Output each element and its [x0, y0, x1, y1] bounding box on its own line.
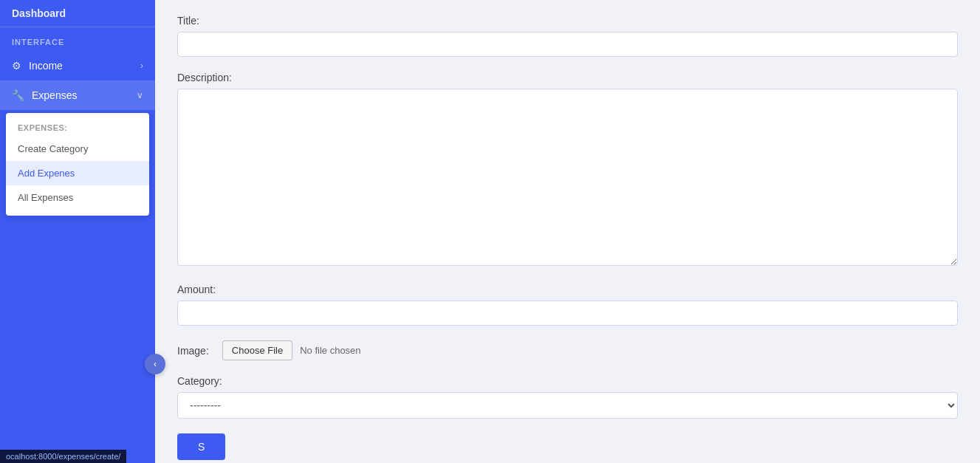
sidebar: Dashboard INTERFACE ⚙ Income › 🔧 Expense… — [0, 0, 155, 463]
expenses-label: Expenses — [32, 89, 77, 101]
title-input[interactable] — [177, 32, 958, 57]
choose-file-button[interactable]: Choose File — [222, 340, 292, 360]
description-group: Description: — [177, 72, 958, 269]
wrench-icon: 🔧 — [12, 89, 24, 101]
income-label: Income — [29, 60, 63, 72]
description-label: Description: — [177, 72, 958, 83]
status-bar: ocalhost:8000/expenses/create/ — [0, 450, 126, 463]
sidebar-dashboard-item[interactable]: Dashboard — [0, 0, 155, 27]
submenu-item-all-expenses[interactable]: All Expenses — [6, 185, 149, 210]
submit-button[interactable]: S — [177, 433, 225, 460]
submenu-item-create-category[interactable]: Create Category — [6, 137, 149, 161]
chevron-right-icon: › — [140, 61, 143, 71]
chevron-down-icon: ∨ — [137, 90, 143, 100]
category-select[interactable]: --------- — [177, 392, 958, 419]
submenu-section-label: EXPENSES: — [6, 119, 149, 137]
sidebar-item-income[interactable]: ⚙ Income › — [0, 51, 155, 80]
image-label: Image: — [177, 345, 209, 357]
expenses-submenu: EXPENSES: Create Category Add Expenes Al… — [6, 113, 149, 216]
category-label: Category: — [177, 375, 958, 387]
title-group: Title: — [177, 15, 958, 57]
sidebar-item-expenses[interactable]: 🔧 Expenses ∨ — [0, 80, 155, 110]
sidebar-section-interface: INTERFACE — [0, 27, 155, 51]
title-label: Title: — [177, 15, 958, 27]
amount-group: Amount: — [177, 284, 958, 326]
category-group: Category: --------- — [177, 375, 958, 419]
description-textarea[interactable] — [177, 89, 958, 266]
amount-label: Amount: — [177, 284, 958, 295]
main-content: Title: Description: Amount: Image: Choos… — [155, 0, 980, 463]
no-file-chosen-label: No file chosen — [300, 345, 360, 356]
dashboard-label: Dashboard — [12, 7, 66, 19]
gear-icon: ⚙ — [12, 60, 21, 72]
amount-input[interactable] — [177, 301, 958, 326]
sidebar-collapse-button[interactable]: ‹ — [145, 354, 165, 374]
image-group: Image: Choose File No file chosen — [177, 340, 958, 360]
submenu-item-add-expenes[interactable]: Add Expenes — [6, 161, 149, 185]
